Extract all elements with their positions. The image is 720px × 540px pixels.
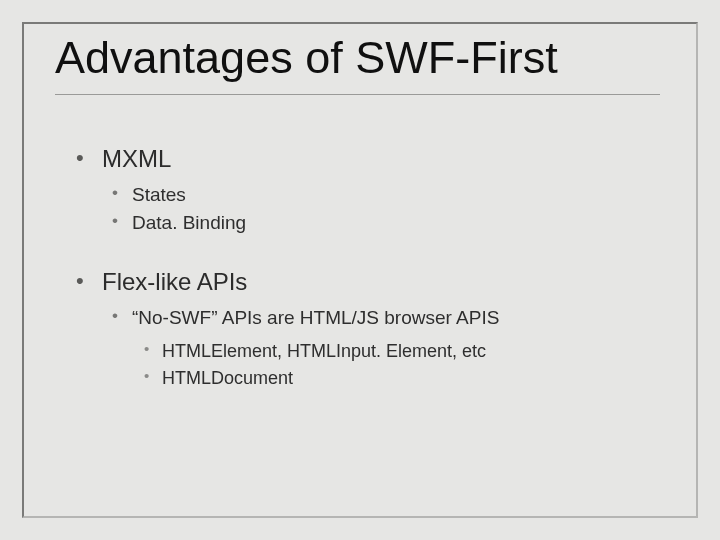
bullet-text: MXML	[102, 145, 171, 172]
slide-title: Advantages of SWF-First	[55, 32, 665, 84]
bullet-text: “No-SWF” APIs are HTML/JS browser APIS	[132, 307, 499, 328]
bullet-text: HTMLDocument	[162, 368, 293, 388]
title-divider	[55, 94, 660, 95]
bullet-text: Data. Binding	[132, 212, 246, 233]
title-area: Advantages of SWF-First	[55, 32, 665, 95]
list-item: States	[106, 181, 672, 209]
bullet-text: HTMLElement, HTMLInput. Element, etc	[162, 341, 486, 361]
content-area: MXML States Data. Binding Flex-like APIs…	[72, 145, 672, 402]
bullet-text: Flex-like APIs	[102, 268, 247, 295]
list-item: Data. Binding	[106, 209, 672, 237]
list-item: MXML States Data. Binding	[72, 145, 672, 236]
list-item: Flex-like APIs “No-SWF” APIs are HTML/JS…	[72, 268, 672, 392]
list-item: HTMLElement, HTMLInput. Element, etc	[138, 338, 672, 365]
list-item: HTMLDocument	[138, 365, 672, 392]
list-item: “No-SWF” APIs are HTML/JS browser APIS H…	[106, 304, 672, 392]
bullet-text: States	[132, 184, 186, 205]
